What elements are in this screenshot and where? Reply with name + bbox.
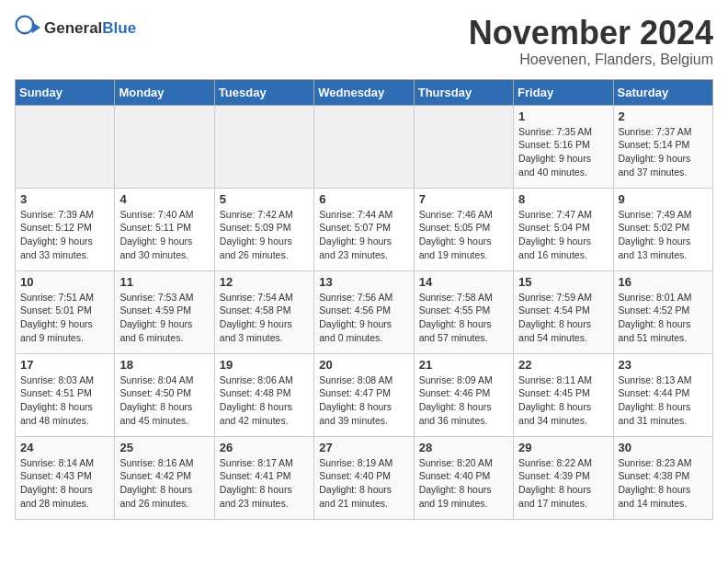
day-cell: 9Sunrise: 7:49 AM Sunset: 5:02 PM Daylig… — [613, 188, 712, 270]
day-number: 10 — [20, 275, 109, 289]
day-cell: 30Sunrise: 8:23 AM Sunset: 4:38 PM Dayli… — [613, 436, 712, 519]
logo-icon — [15, 15, 40, 40]
day-number: 30 — [619, 441, 708, 454]
day-number: 9 — [619, 192, 708, 206]
day-info: Sunrise: 7:42 AM Sunset: 5:09 PM Dayligh… — [220, 208, 309, 262]
day-number: 14 — [419, 275, 508, 289]
month-title: November 2024 — [469, 15, 713, 52]
day-info: Sunrise: 8:22 AM Sunset: 4:39 PM Dayligh… — [518, 456, 608, 511]
calendar-header-row: SundayMondayTuesdayWednesdayThursdayFrid… — [16, 79, 713, 105]
title-block: November 2024 Hoevenen, Flanders, Belgiu… — [469, 15, 713, 68]
day-number: 22 — [518, 358, 608, 372]
day-number: 1 — [518, 109, 608, 123]
day-cell: 10Sunrise: 7:51 AM Sunset: 5:01 PM Dayli… — [16, 270, 115, 353]
day-cell — [16, 105, 115, 188]
day-header-thursday: Thursday — [414, 79, 513, 105]
day-info: Sunrise: 8:19 AM Sunset: 4:40 PM Dayligh… — [319, 456, 408, 511]
day-number: 12 — [220, 275, 309, 289]
logo-general: General — [44, 19, 102, 37]
day-info: Sunrise: 7:51 AM Sunset: 5:01 PM Dayligh… — [20, 291, 109, 345]
day-cell: 12Sunrise: 7:54 AM Sunset: 4:58 PM Dayli… — [214, 270, 313, 353]
day-number: 6 — [319, 192, 408, 206]
day-info: Sunrise: 7:58 AM Sunset: 4:55 PM Dayligh… — [419, 291, 508, 345]
week-row-1: 1Sunrise: 7:35 AM Sunset: 5:16 PM Daylig… — [16, 105, 713, 188]
day-cell: 13Sunrise: 7:56 AM Sunset: 4:56 PM Dayli… — [314, 270, 414, 353]
day-number: 29 — [518, 441, 608, 454]
day-number: 4 — [119, 192, 209, 206]
day-info: Sunrise: 8:20 AM Sunset: 4:40 PM Dayligh… — [419, 456, 508, 511]
day-info: Sunrise: 8:14 AM Sunset: 4:43 PM Dayligh… — [20, 456, 109, 511]
day-number: 21 — [419, 358, 508, 372]
day-info: Sunrise: 7:35 AM Sunset: 5:16 PM Dayligh… — [518, 125, 608, 179]
day-info: Sunrise: 8:03 AM Sunset: 4:51 PM Dayligh… — [20, 373, 109, 428]
day-info: Sunrise: 7:59 AM Sunset: 4:54 PM Dayligh… — [518, 291, 608, 345]
day-info: Sunrise: 7:37 AM Sunset: 5:14 PM Dayligh… — [619, 125, 708, 179]
day-cell: 7Sunrise: 7:46 AM Sunset: 5:05 PM Daylig… — [414, 188, 513, 270]
day-info: Sunrise: 8:09 AM Sunset: 4:46 PM Dayligh… — [419, 373, 508, 428]
day-header-saturday: Saturday — [613, 79, 712, 105]
day-cell — [414, 105, 513, 188]
calendar-table: SundayMondayTuesdayWednesdayThursdayFrid… — [15, 79, 713, 520]
day-number: 23 — [619, 358, 708, 372]
day-number: 15 — [518, 275, 608, 289]
day-cell: 26Sunrise: 8:17 AM Sunset: 4:41 PM Dayli… — [214, 436, 313, 519]
day-cell: 15Sunrise: 7:59 AM Sunset: 4:54 PM Dayli… — [514, 270, 613, 353]
logo-blue: Blue — [102, 19, 136, 37]
day-header-sunday: Sunday — [16, 79, 115, 105]
day-info: Sunrise: 8:11 AM Sunset: 4:45 PM Dayligh… — [518, 373, 608, 428]
svg-marker-1 — [32, 22, 40, 33]
day-cell: 22Sunrise: 8:11 AM Sunset: 4:45 PM Dayli… — [514, 353, 613, 436]
day-cell: 14Sunrise: 7:58 AM Sunset: 4:55 PM Dayli… — [414, 270, 513, 353]
location-title: Hoevenen, Flanders, Belgium — [469, 52, 713, 68]
day-info: Sunrise: 7:53 AM Sunset: 4:59 PM Dayligh… — [119, 291, 209, 345]
day-info: Sunrise: 8:13 AM Sunset: 4:44 PM Dayligh… — [619, 373, 708, 428]
day-cell: 3Sunrise: 7:39 AM Sunset: 5:12 PM Daylig… — [16, 188, 115, 270]
day-info: Sunrise: 8:01 AM Sunset: 4:52 PM Dayligh… — [619, 291, 708, 345]
day-cell: 1Sunrise: 7:35 AM Sunset: 5:16 PM Daylig… — [514, 105, 613, 188]
day-number: 16 — [619, 275, 708, 289]
day-header-tuesday: Tuesday — [214, 79, 313, 105]
day-number: 13 — [319, 275, 408, 289]
day-cell: 4Sunrise: 7:40 AM Sunset: 5:11 PM Daylig… — [115, 188, 214, 270]
day-number: 18 — [119, 358, 209, 372]
day-number: 8 — [518, 192, 608, 206]
day-info: Sunrise: 8:06 AM Sunset: 4:48 PM Dayligh… — [220, 373, 309, 428]
day-info: Sunrise: 8:23 AM Sunset: 4:38 PM Dayligh… — [619, 456, 708, 511]
week-row-2: 3Sunrise: 7:39 AM Sunset: 5:12 PM Daylig… — [16, 188, 713, 270]
day-number: 28 — [419, 441, 508, 454]
day-cell: 29Sunrise: 8:22 AM Sunset: 4:39 PM Dayli… — [514, 436, 613, 519]
day-header-friday: Friday — [514, 79, 613, 105]
day-header-monday: Monday — [115, 79, 214, 105]
day-number: 20 — [319, 358, 408, 372]
day-number: 24 — [20, 441, 109, 454]
svg-point-0 — [17, 17, 34, 34]
page-header: GeneralBlue November 2024 Hoevenen, Flan… — [15, 15, 713, 68]
day-number: 11 — [119, 275, 209, 289]
day-number: 27 — [319, 441, 408, 454]
logo: GeneralBlue — [15, 15, 136, 40]
day-number: 2 — [619, 109, 708, 123]
day-info: Sunrise: 8:17 AM Sunset: 4:41 PM Dayligh… — [220, 456, 309, 511]
day-cell: 5Sunrise: 7:42 AM Sunset: 5:09 PM Daylig… — [214, 188, 313, 270]
day-number: 17 — [20, 358, 109, 372]
day-info: Sunrise: 7:39 AM Sunset: 5:12 PM Dayligh… — [20, 208, 109, 262]
day-info: Sunrise: 8:16 AM Sunset: 4:42 PM Dayligh… — [119, 456, 209, 511]
day-cell: 8Sunrise: 7:47 AM Sunset: 5:04 PM Daylig… — [514, 188, 613, 270]
day-cell: 17Sunrise: 8:03 AM Sunset: 4:51 PM Dayli… — [16, 353, 115, 436]
week-row-3: 10Sunrise: 7:51 AM Sunset: 5:01 PM Dayli… — [16, 270, 713, 353]
day-cell: 28Sunrise: 8:20 AM Sunset: 4:40 PM Dayli… — [414, 436, 513, 519]
day-number: 3 — [20, 192, 109, 206]
week-row-5: 24Sunrise: 8:14 AM Sunset: 4:43 PM Dayli… — [16, 436, 713, 519]
day-info: Sunrise: 7:40 AM Sunset: 5:11 PM Dayligh… — [119, 208, 209, 262]
day-cell: 20Sunrise: 8:08 AM Sunset: 4:47 PM Dayli… — [314, 353, 414, 436]
day-number: 7 — [419, 192, 508, 206]
day-info: Sunrise: 8:04 AM Sunset: 4:50 PM Dayligh… — [119, 373, 209, 428]
day-cell: 27Sunrise: 8:19 AM Sunset: 4:40 PM Dayli… — [314, 436, 414, 519]
day-info: Sunrise: 7:49 AM Sunset: 5:02 PM Dayligh… — [619, 208, 708, 262]
day-number: 26 — [220, 441, 309, 454]
week-row-4: 17Sunrise: 8:03 AM Sunset: 4:51 PM Dayli… — [16, 353, 713, 436]
day-number: 5 — [220, 192, 309, 206]
day-info: Sunrise: 7:44 AM Sunset: 5:07 PM Dayligh… — [319, 208, 408, 262]
day-cell: 23Sunrise: 8:13 AM Sunset: 4:44 PM Dayli… — [613, 353, 712, 436]
day-number: 19 — [220, 358, 309, 372]
